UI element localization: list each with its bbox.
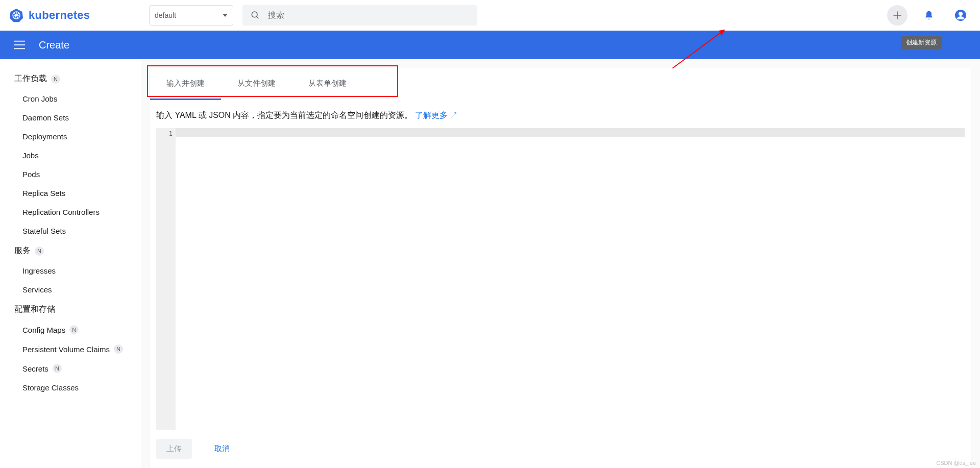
sidebar-item[interactable]: Pods [0,165,141,184]
search-icon [251,10,260,20]
kubernetes-logo-icon [9,8,23,22]
editor-gutter: 1 [156,128,176,430]
bell-icon [924,10,934,21]
svg-rect-17 [14,48,25,49]
sidebar-item[interactable]: Config MapsN [0,320,141,339]
main: 输入并创建从文件创建从表单创建 输入 YAML 或 JSON 内容，指定要为当前… [141,59,980,468]
menu-button[interactable] [9,35,30,55]
sidebar-item[interactable]: Stateful Sets [0,221,141,240]
learn-more-link[interactable]: 了解更多 ↗ [415,111,458,119]
sidebar-item[interactable]: SecretsN [0,359,141,378]
user-button[interactable] [950,5,971,26]
tab[interactable]: 从文件创建 [221,68,292,100]
page-title: Create [39,39,69,51]
top-actions [887,5,971,26]
badge-n: N [51,75,60,84]
external-link-icon: ↗ [450,111,458,119]
sidebar-item[interactable]: Ingresses [0,261,141,280]
sidebar-item[interactable]: Jobs [0,146,141,165]
upload-button[interactable]: 上传 [156,439,192,459]
tab[interactable]: 从表单创建 [292,68,363,100]
badge-n: N [53,364,62,373]
create-tooltip: 创建新资源 [901,36,942,50]
svg-point-14 [959,12,963,16]
badge-n: N [69,325,79,334]
plus-icon [892,10,902,20]
sidebar-item[interactable]: Daemon Sets [0,108,141,127]
topbar: kubernetes default [0,0,980,31]
sidebar-section-header[interactable]: 工作负载N [0,68,141,89]
cancel-button[interactable]: 取消 [204,439,240,459]
yaml-textarea[interactable] [176,137,965,430]
sidebar-item[interactable]: Storage Classes [0,378,141,397]
namespace-selected: default [155,11,176,19]
notifications-button[interactable] [919,5,939,26]
description-text: 输入 YAML 或 JSON 内容，指定要为当前选定的命名空间创建的资源。 [156,111,412,119]
user-icon [954,9,967,21]
editor-code-area[interactable] [176,128,965,430]
sidebar: 工作负载NCron JobsDaemon SetsDeploymentsJobs… [0,59,141,468]
svg-point-11 [252,12,257,17]
badge-n: N [114,344,123,354]
badge-n: N [35,247,44,256]
tab[interactable]: 输入并创建 [150,68,221,100]
hamburger-icon [14,40,25,50]
sidebar-section-header[interactable]: 配置和存储 [0,299,141,320]
sidebar-item[interactable]: Replication Controllers [0,203,141,221]
sidebar-item[interactable]: Services [0,280,141,299]
tabs: 输入并创建从文件创建从表单创建 [150,68,971,100]
yaml-editor[interactable]: 1 [156,128,965,430]
svg-rect-16 [14,44,25,45]
subheader: Create 创建新资源 [0,31,980,59]
sidebar-item[interactable]: Cron Jobs [0,89,141,108]
description-row: 输入 YAML 或 JSON 内容，指定要为当前选定的命名空间创建的资源。 了解… [150,100,971,128]
search-box[interactable] [242,5,477,26]
action-row: 上传 取消 [150,430,971,468]
sidebar-item[interactable]: Replica Sets [0,184,141,203]
svg-rect-15 [14,41,25,42]
chevron-down-icon [223,14,228,17]
sidebar-item[interactable]: Deployments [0,127,141,146]
search-input[interactable] [268,11,469,20]
create-card: 输入并创建从文件创建从表单创建 输入 YAML 或 JSON 内容，指定要为当前… [150,68,971,468]
sidebar-section-header[interactable]: 服务N [0,240,141,261]
namespace-select[interactable]: default [149,5,233,26]
watermark: CSDN @os_lee [936,460,976,466]
brand-text: kubernetes [29,9,90,22]
line-number: 1 [156,130,173,137]
create-button[interactable] [887,5,908,26]
logo[interactable]: kubernetes [9,8,140,22]
svg-line-12 [256,16,258,18]
sidebar-item[interactable]: Persistent Volume ClaimsN [0,339,141,359]
editor-active-line [176,128,965,137]
